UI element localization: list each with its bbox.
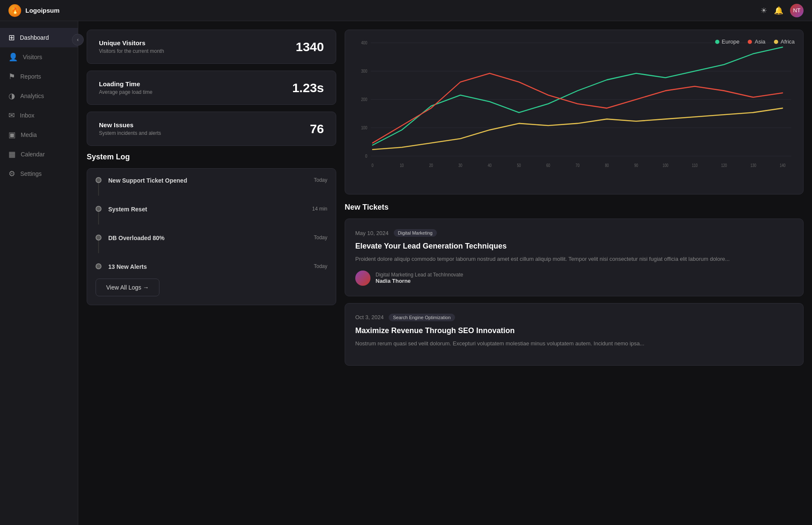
calendar-icon: ▦ bbox=[8, 150, 16, 159]
ticket-date: Oct 3, 2024 bbox=[355, 314, 384, 320]
notifications-icon[interactable]: 🔔 bbox=[774, 6, 783, 15]
sidebar-item-dashboard[interactable]: ⊞ Dashboard bbox=[0, 28, 78, 47]
loading-time-value: 1.23s bbox=[292, 81, 324, 95]
new-issues-label: New Issues bbox=[99, 121, 161, 129]
logo-icon: 🔥 bbox=[8, 4, 21, 17]
svg-text:10: 10 bbox=[400, 163, 404, 168]
log-item: 13 New Alerts Today bbox=[96, 263, 327, 270]
legend-asia-label: Asia bbox=[754, 38, 765, 45]
sidebar-item-label: Inbox bbox=[20, 112, 34, 119]
log-item-time: Today bbox=[314, 263, 327, 269]
settings-icon: ⚙ bbox=[8, 169, 15, 178]
sidebar-item-label: Analytics bbox=[20, 93, 44, 99]
svg-text:60: 60 bbox=[546, 163, 550, 168]
sidebar-item-label: Calendar bbox=[21, 151, 45, 158]
loading-time-sub: Average page load time bbox=[99, 89, 153, 95]
sidebar-item-analytics[interactable]: ◑ Analytics bbox=[0, 86, 78, 106]
log-item-name: New Support Ticket Opened bbox=[108, 177, 187, 184]
theme-toggle-icon[interactable]: ☀ bbox=[760, 6, 767, 15]
line-chart: 400 300 200 100 0 0 10 20 30 40 50 60 70… bbox=[354, 38, 795, 182]
new-issues-sub: System incidents and alerts bbox=[99, 130, 161, 136]
log-item: DB Overloaded 80% Today bbox=[96, 235, 327, 263]
log-item-name: DB Overloaded 80% bbox=[108, 235, 165, 241]
ticket-meta: Oct 3, 2024 Search Engine Optimization bbox=[355, 314, 793, 321]
log-dot bbox=[96, 206, 102, 212]
logo-text: Logoipsum bbox=[25, 7, 60, 14]
ticket-meta: May 10, 2024 Digital Marketing bbox=[355, 229, 793, 237]
legend-europe: Europe bbox=[715, 38, 740, 45]
sidebar-item-settings[interactable]: ⚙ Settings bbox=[0, 164, 78, 183]
legend-asia-dot bbox=[748, 40, 752, 44]
log-dot bbox=[96, 235, 102, 241]
svg-text:40: 40 bbox=[488, 163, 491, 168]
log-dot bbox=[96, 263, 102, 269]
log-item-time: Today bbox=[314, 235, 327, 241]
svg-text:120: 120 bbox=[721, 163, 727, 168]
ticket-title: Elevate Your Lead Generation Techniques bbox=[355, 242, 793, 251]
ticket-tag: Search Engine Optimization bbox=[389, 314, 455, 321]
inbox-icon: ✉ bbox=[8, 111, 15, 120]
svg-text:0: 0 bbox=[365, 153, 368, 159]
legend-europe-label: Europe bbox=[722, 38, 740, 45]
svg-text:130: 130 bbox=[750, 163, 756, 168]
loading-time-info: Loading Time Average page load time bbox=[99, 80, 153, 95]
ticket-author: Digital Marketing Lead at TechInnovate N… bbox=[355, 271, 793, 286]
log-item-name: 13 New Alerts bbox=[108, 263, 147, 270]
sidebar-item-media[interactable]: ▣ Media bbox=[0, 125, 78, 145]
log-line bbox=[98, 212, 99, 224]
new-issues-value: 76 bbox=[310, 122, 324, 136]
chart-legend: Europe Asia Africa bbox=[715, 38, 795, 45]
view-all-logs-button[interactable]: View All Logs → bbox=[96, 279, 159, 296]
svg-text:100: 100 bbox=[361, 125, 368, 130]
reports-icon: ⚑ bbox=[8, 72, 15, 81]
dashboard-icon: ⊞ bbox=[8, 33, 15, 42]
sidebar-item-label: Media bbox=[21, 131, 37, 138]
left-column: Unique Visitors Visitors for the current… bbox=[87, 30, 336, 517]
system-log-card: New Support Ticket Opened Today System R… bbox=[87, 168, 336, 305]
log-line bbox=[98, 183, 99, 196]
log-item-time: Today bbox=[314, 177, 327, 183]
new-tickets-section: New Tickets May 10, 2024 Digital Marketi… bbox=[345, 203, 804, 372]
sidebar-item-inbox[interactable]: ✉ Inbox bbox=[0, 106, 78, 125]
media-icon: ▣ bbox=[8, 130, 16, 139]
main-content: Unique Visitors Visitors for the current… bbox=[78, 21, 812, 525]
svg-text:70: 70 bbox=[576, 163, 579, 168]
unique-visitors-value: 1340 bbox=[296, 40, 324, 54]
log-line bbox=[98, 241, 99, 253]
log-item-name: System Reset bbox=[108, 206, 147, 213]
sidebar-item-visitors[interactable]: 👤 Visitors bbox=[0, 47, 78, 67]
topbar-right: ☀ 🔔 NT bbox=[760, 4, 804, 17]
svg-text:400: 400 bbox=[361, 40, 368, 45]
svg-text:140: 140 bbox=[780, 163, 786, 168]
chart-card: Europe Asia Africa bbox=[345, 30, 804, 194]
new-issues-info: New Issues System incidents and alerts bbox=[99, 121, 161, 136]
legend-africa-label: Africa bbox=[781, 38, 795, 45]
ticket-tag: Digital Marketing bbox=[394, 229, 437, 237]
svg-text:80: 80 bbox=[605, 163, 609, 168]
unique-visitors-card: Unique Visitors Visitors for the current… bbox=[87, 30, 336, 64]
sidebar-item-reports[interactable]: ⚑ Reports bbox=[0, 67, 78, 86]
svg-text:50: 50 bbox=[517, 163, 521, 168]
sidebar-item-label: Reports bbox=[20, 73, 41, 80]
topbar: 🔥 Logoipsum ☀ 🔔 NT bbox=[0, 0, 812, 21]
system-log-title: System Log bbox=[87, 153, 336, 161]
svg-text:30: 30 bbox=[458, 163, 462, 168]
svg-text:110: 110 bbox=[692, 163, 698, 168]
sidebar-item-calendar[interactable]: ▦ Calendar bbox=[0, 145, 78, 164]
ticket-card: May 10, 2024 Digital Marketing Elevate Y… bbox=[345, 219, 804, 296]
ticket-date: May 10, 2024 bbox=[355, 230, 389, 236]
author-role: Digital Marketing Lead at TechInnovate bbox=[376, 272, 463, 278]
svg-text:20: 20 bbox=[429, 163, 433, 168]
visitors-icon: 👤 bbox=[8, 52, 18, 62]
log-dot bbox=[96, 177, 102, 183]
legend-africa-dot bbox=[774, 40, 778, 44]
unique-visitors-sub: Visitors for the current month bbox=[99, 48, 164, 54]
unique-visitors-info: Unique Visitors Visitors for the current… bbox=[99, 39, 164, 54]
sidebar-item-label: Dashboard bbox=[20, 34, 49, 41]
author-info: Digital Marketing Lead at TechInnovate N… bbox=[376, 272, 463, 284]
loading-time-label: Loading Time bbox=[99, 80, 153, 88]
legend-asia: Asia bbox=[748, 38, 765, 45]
sidebar-collapse-button[interactable]: ‹ bbox=[72, 34, 84, 46]
log-item: New Support Ticket Opened Today bbox=[96, 177, 327, 206]
user-avatar[interactable]: NT bbox=[790, 4, 804, 17]
